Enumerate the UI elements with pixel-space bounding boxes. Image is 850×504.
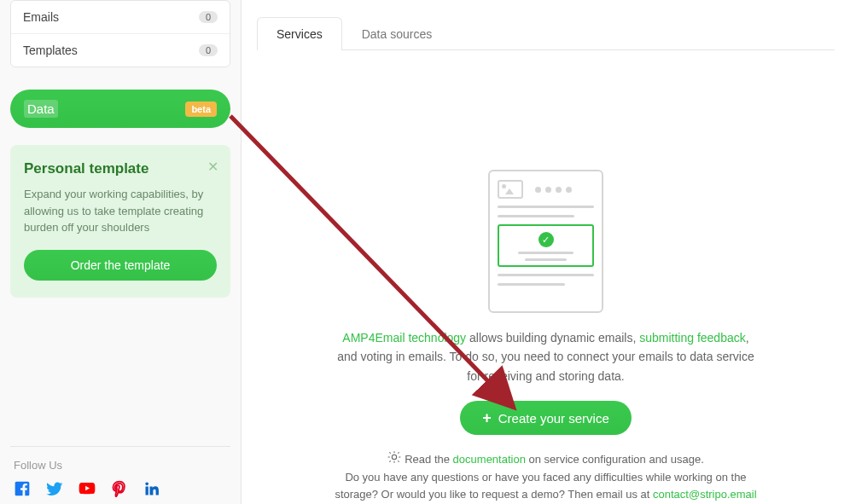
nav-label: Templates <box>23 43 78 57</box>
plus-icon: + <box>482 410 492 426</box>
svg-point-0 <box>393 455 397 460</box>
lightbulb-icon <box>387 450 401 469</box>
facebook-icon[interactable] <box>14 480 31 501</box>
empty-state: ✓ AMP4Email technology allows building d… <box>257 50 835 504</box>
sidebar: Emails 0 Templates 0 Data beta ✕ Persona… <box>0 0 242 504</box>
youtube-icon[interactable] <box>79 480 96 501</box>
feedback-link[interactable]: submitting feedback <box>639 331 746 345</box>
beta-badge: beta <box>185 101 217 117</box>
documentation-link[interactable]: documentation <box>453 453 526 466</box>
order-template-button[interactable]: Order the template <box>24 250 217 281</box>
nav-label: Data <box>24 100 58 118</box>
count-badge: 0 <box>199 11 218 23</box>
svg-line-5 <box>390 453 391 454</box>
promo-body: Expand your working capabilities, by all… <box>24 186 217 236</box>
follow-section: Follow Us <box>10 446 230 504</box>
sidebar-item-emails[interactable]: Emails 0 <box>11 1 230 33</box>
tabs: Services Data sources <box>257 17 835 50</box>
sidebar-item-data[interactable]: Data beta <box>10 90 230 128</box>
count-badge: 0 <box>199 44 218 56</box>
contact-email-link[interactable]: contact@stripo.email <box>653 488 757 501</box>
promo-title: Personal template <box>24 160 217 177</box>
linkedin-icon[interactable] <box>143 480 160 501</box>
svg-line-7 <box>390 461 391 461</box>
description-text: AMP4Email technology allows building dyn… <box>333 328 760 385</box>
tab-data-sources[interactable]: Data sources <box>342 17 451 50</box>
promo-card: ✕ Personal template Expand your working … <box>10 145 230 298</box>
pinterest-icon[interactable] <box>111 480 128 501</box>
create-service-button[interactable]: + Create your service <box>460 401 632 435</box>
footnote: Read the documentation on service config… <box>324 450 768 503</box>
svg-line-6 <box>399 453 399 454</box>
nav-label: Emails <box>23 10 59 24</box>
svg-line-8 <box>399 461 399 461</box>
illustration: ✓ <box>488 170 603 313</box>
sidebar-item-templates[interactable]: Templates 0 <box>11 33 230 67</box>
follow-title: Follow Us <box>14 459 227 472</box>
nav-card: Emails 0 Templates 0 <box>10 0 230 67</box>
button-label: Create your service <box>498 411 609 426</box>
social-links <box>14 480 227 501</box>
tab-services[interactable]: Services <box>257 17 342 50</box>
twitter-icon[interactable] <box>46 480 63 501</box>
close-icon[interactable]: ✕ <box>207 159 218 175</box>
main-content: Services Data sources ✓ AMP4Email techno… <box>242 0 850 504</box>
amp4email-link[interactable]: AMP4Email technology <box>342 331 466 345</box>
